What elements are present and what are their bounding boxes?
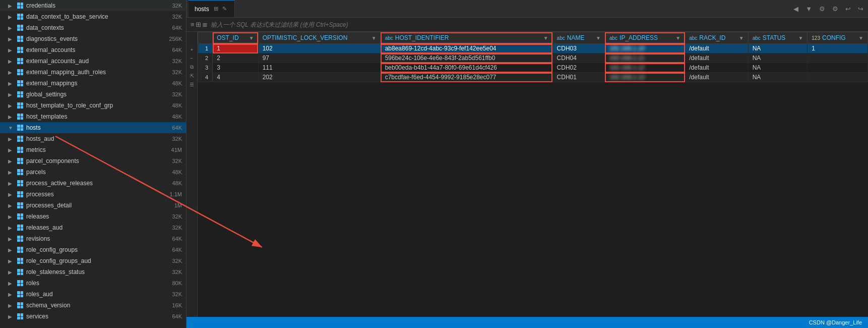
table-icon-schema_version xyxy=(16,301,24,309)
sidebar-item-role_config_groups_aud[interactable]: ▶ role_config_groups_aud 32K xyxy=(0,255,186,266)
col-filter-icon-1[interactable]: ▼ xyxy=(371,35,377,41)
filter-rows-icon[interactable]: ☰ xyxy=(189,81,195,88)
col-filter-icon-4[interactable]: ▼ xyxy=(675,35,680,41)
sidebar-item-label-metrics: metrics xyxy=(26,146,169,153)
sidebar-item-label-global_settings: global_settings xyxy=(26,91,170,98)
sidebar-item-external_mapping_auth_roles[interactable]: ▶ external_mapping_auth_roles 32K xyxy=(0,67,186,78)
sidebar-item-roles[interactable]: ▶ roles 80K xyxy=(0,278,186,289)
sidebar-item-label-process_active_releases: process_active_releases xyxy=(26,180,170,187)
sidebar-item-size-releases: 32K xyxy=(172,213,182,220)
data-grid-container: + − ⧉ ⇱ ☰ OST_ID ▼ OPTIMISTIC_LOCK xyxy=(187,32,868,317)
col-filter-icon-7[interactable]: ▼ xyxy=(858,35,863,41)
sidebar-item-size-external_accounts: 64K xyxy=(172,47,182,53)
sidebar-item-label-services: services xyxy=(26,313,170,320)
edit-sql-icon[interactable]: ✎ xyxy=(221,5,228,13)
nav-back-icon[interactable]: ↩ xyxy=(843,4,853,14)
table-icon-data_contexts xyxy=(16,24,24,32)
table-icon-parcels xyxy=(16,168,24,176)
col-header-status[interactable]: abc STATUS ▼ xyxy=(748,32,808,44)
col-filter-icon-6[interactable]: ▼ xyxy=(798,35,803,41)
sidebar-item-size-external_mappings: 48K xyxy=(172,80,182,86)
sidebar-item-label-revisions: revisions xyxy=(26,235,170,242)
cell-name-0: CDH03 xyxy=(552,44,605,53)
grid-icon[interactable]: ⊞ xyxy=(212,5,220,13)
table-row[interactable]: 11102ab8ea869-12cd-4abc-93c9-fef142ee5e0… xyxy=(198,44,868,53)
sidebar-item-credentials[interactable]: ▶ credentials 32K xyxy=(0,0,186,11)
sidebar-item-releases_aud[interactable]: ▶ releases_aud 32K xyxy=(0,222,186,233)
expand-icon[interactable]: ⇱ xyxy=(189,72,195,80)
sidebar-item-size-roles_aud: 32K xyxy=(172,291,182,297)
delete-row-icon[interactable]: − xyxy=(190,54,195,62)
col-header-name[interactable]: abc NAME ▼ xyxy=(552,32,605,44)
dropdown-icon[interactable]: ▼ xyxy=(803,4,815,14)
expand-arrow-role_config_groups_aud: ▶ xyxy=(8,258,14,264)
cell-ost-id-3: 4 xyxy=(213,73,258,82)
sidebar-item-label-processes_detail: processes_detail xyxy=(26,202,172,209)
sidebar-item-host_template_to_role_conf_grp[interactable]: ▶ host_template_to_role_conf_grp 48K xyxy=(0,100,186,111)
col-header-ost_id[interactable]: OST_ID ▼ xyxy=(213,32,258,44)
sidebar-item-roles_aud[interactable]: ▶ roles_aud 32K xyxy=(0,289,186,300)
sidebar-item-role_config_groups[interactable]: ▶ role_config_groups 64K xyxy=(0,244,186,255)
sidebar-item-releases[interactable]: ▶ releases 32K xyxy=(0,211,186,222)
table-row[interactable]: 44202c7bcdfae-f6ed-4454-9992-9185e28ec07… xyxy=(198,73,868,82)
hosts-tab[interactable]: hosts ⊞ ✎ xyxy=(189,0,235,17)
sidebar-item-label-diagnostics_events: diagnostics_events xyxy=(26,35,167,42)
col-header-config[interactable]: 123 CONFIG ▼ xyxy=(808,32,868,44)
sidebar-item-processes_detail[interactable]: ▶ processes_detail 1M xyxy=(0,200,186,211)
sidebar-item-size-metrics: 41M xyxy=(171,147,182,153)
sidebar: ▶ credentials 32K ▶ data_context_to_base… xyxy=(0,0,187,328)
sidebar-item-data_context_to_base_service[interactable]: ▶ data_context_to_base_service 32K xyxy=(0,11,186,22)
col-filter-icon-0[interactable]: ▼ xyxy=(249,35,254,41)
cell-rack-2: /default xyxy=(685,63,748,73)
expand-arrow-data_context_to_base_service: ▶ xyxy=(8,14,14,20)
sql-input[interactable] xyxy=(211,21,864,28)
table-row[interactable]: 2297596be24c-106e-4e6e-843f-2ab5d561ffb0… xyxy=(198,53,868,63)
expand-arrow-hosts: ▼ xyxy=(8,125,14,131)
cell-rownum-3: 4 xyxy=(198,73,213,82)
col-label-NAME: NAME xyxy=(567,34,585,41)
sidebar-item-external_mappings[interactable]: ▶ external_mappings 48K xyxy=(0,78,186,89)
col-filter-icon-2[interactable]: ▼ xyxy=(543,35,548,41)
nav-forward-icon[interactable]: ↪ xyxy=(855,4,866,14)
cell-opt-lock-3: 202 xyxy=(258,73,381,82)
sidebar-item-services[interactable]: ▶ services 64K xyxy=(0,311,186,322)
row-icon-1[interactable]: ≡ xyxy=(191,21,195,28)
row-icon-2[interactable]: ⊞ xyxy=(196,21,201,28)
col-header-ip_address[interactable]: abc IP_ADDRESS ▼ xyxy=(605,32,685,44)
nav-prev-icon[interactable]: ◀ xyxy=(791,4,801,14)
expand-arrow-parcel_components: ▶ xyxy=(8,158,14,164)
sidebar-item-label-external_accounts: external_accounts xyxy=(26,46,170,53)
sidebar-item-hosts_aud[interactable]: ▶ hosts_aud 32K xyxy=(0,133,186,144)
cell-config-0: 1 xyxy=(808,44,868,53)
sidebar-item-global_settings[interactable]: ▶ global_settings 32K xyxy=(0,89,186,100)
sidebar-item-parcel_components[interactable]: ▶ parcel_components 32K xyxy=(0,155,186,167)
copy-row-icon[interactable]: ⧉ xyxy=(189,63,195,71)
col-filter-icon-5[interactable]: ▼ xyxy=(739,35,744,41)
add-row-icon[interactable]: + xyxy=(190,46,195,53)
sidebar-item-host_templates[interactable]: ▶ host_templates 48K xyxy=(0,111,186,122)
col-header-host_identifier[interactable]: abc HOST_IDENTIFIER ▼ xyxy=(381,32,552,44)
col-filter-icon-3[interactable]: ▼ xyxy=(596,35,601,41)
tab-bar: hosts ⊞ ✎ ◀ ▼ ⚙ ⚙ ↩ ↪ xyxy=(187,0,868,18)
col-header-rack_id[interactable]: abc RACK_ID ▼ xyxy=(685,32,748,44)
expand-arrow-role_config_groups: ▶ xyxy=(8,247,14,253)
sidebar-item-external_accounts_aud[interactable]: ▶ external_accounts_aud 32K xyxy=(0,56,186,67)
sidebar-item-data_contexts[interactable]: ▶ data_contexts 64K xyxy=(0,22,186,33)
sidebar-item-metrics[interactable]: ▶ metrics 41M xyxy=(0,144,186,155)
row-icon-3[interactable]: ≣ xyxy=(202,21,208,28)
sidebar-item-external_accounts[interactable]: ▶ external_accounts 64K xyxy=(0,44,186,56)
settings-icon[interactable]: ⚙ xyxy=(830,4,841,14)
sidebar-item-role_staleness_status[interactable]: ▶ role_staleness_status 32K xyxy=(0,266,186,278)
sidebar-item-revisions[interactable]: ▶ revisions 64K xyxy=(0,233,186,244)
sidebar-item-parcels[interactable]: ▶ parcels 48K xyxy=(0,167,186,178)
table-row[interactable]: 33111beb00eda-b4b1-44a7-80f0-69e61d4cf42… xyxy=(198,63,868,73)
cell-opt-lock-2: 111 xyxy=(258,63,381,73)
sidebar-item-schema_version[interactable]: ▶ schema_version 16K xyxy=(0,300,186,311)
sidebar-item-diagnostics_events[interactable]: ▶ diagnostics_events 256K xyxy=(0,33,186,44)
filter-icon[interactable]: ⚙ xyxy=(817,4,828,14)
sidebar-item-processes[interactable]: ▶ processes 1.1M xyxy=(0,189,186,200)
status-bar: CSDN @Danger_Life xyxy=(187,317,868,328)
sidebar-item-hosts[interactable]: ▼ hosts 64K xyxy=(0,122,186,133)
col-header-optimistic_lock_version[interactable]: OPTIMISTIC_LOCK_VERSION ▼ xyxy=(258,32,381,44)
sidebar-item-process_active_releases[interactable]: ▶ process_active_releases 48K xyxy=(0,178,186,189)
